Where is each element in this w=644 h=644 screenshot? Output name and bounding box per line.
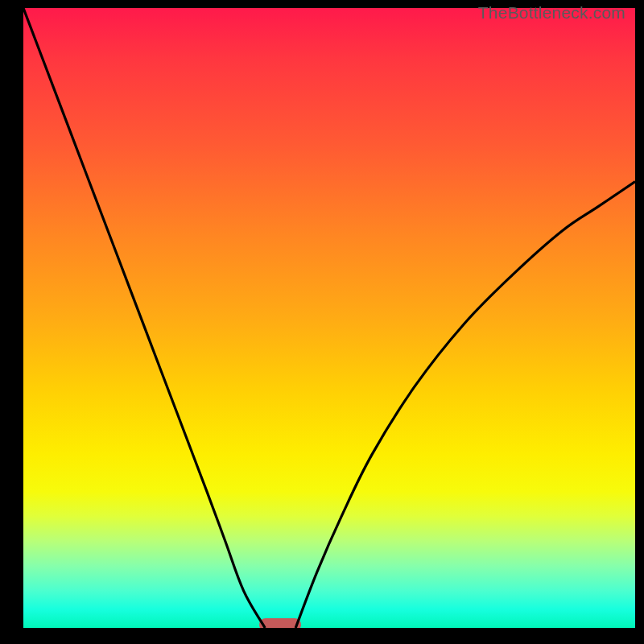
plot-area [23,8,635,628]
curve-layer [23,8,635,628]
left-curve [23,8,265,628]
right-curve [295,182,635,628]
watermark-text: TheBottleneck.com [478,3,625,23]
chart-frame: TheBottleneck.com [7,0,637,637]
